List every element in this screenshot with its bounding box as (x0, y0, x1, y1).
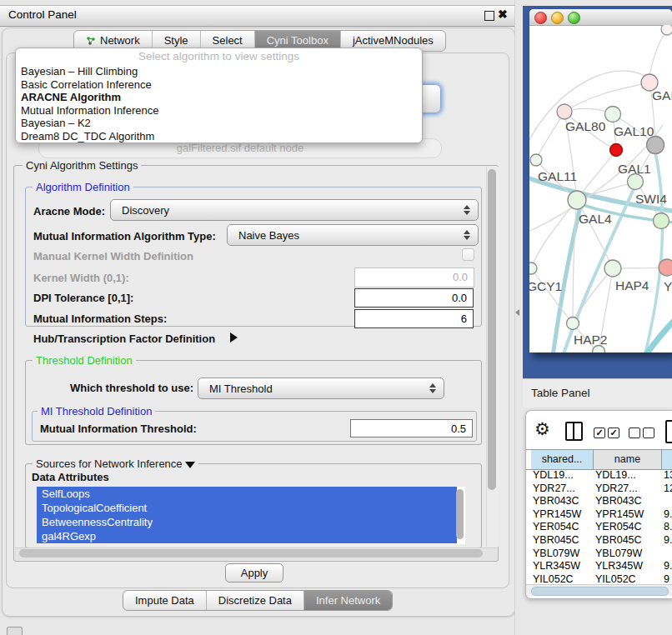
table-cell: YDR27... (595, 482, 659, 496)
table-cell: YER054C (533, 521, 591, 534)
collapse-arrow-icon[interactable] (185, 462, 195, 468)
network-node-hap4[interactable] (604, 260, 621, 277)
table-row[interactable]: YPR145WYPR145W9. (526, 508, 672, 522)
attribute-list-item[interactable]: TopologicalCoefficient (37, 501, 457, 515)
network-window-titlebar[interactable] (529, 9, 672, 26)
network-node-gcy1[interactable] (529, 262, 537, 274)
network-node[interactable] (647, 137, 664, 154)
network-canvas[interactable]: GALGAL80GAL10GAL11GAL1SWI4GAL4GCY1HAP4YH… (529, 25, 672, 352)
document-icon[interactable] (665, 420, 672, 443)
columns-icon[interactable] (565, 422, 583, 441)
gear-icon[interactable]: ⚙ (534, 418, 550, 440)
control-panel-title: Control Panel (8, 8, 77, 21)
table-scrollbar-thumb[interactable] (531, 587, 669, 596)
network-edge[interactable] (577, 200, 613, 268)
float-panel-icon[interactable] (484, 11, 494, 21)
close-traffic-light-icon[interactable] (534, 12, 547, 24)
column-header-shared...[interactable]: shared... (531, 450, 594, 469)
table-horizontal-scrollbar[interactable] (526, 584, 672, 596)
aracne-mode-value: Discovery (111, 204, 463, 217)
minimized-panel-icon[interactable] (7, 627, 23, 635)
expand-arrow-icon[interactable] (230, 332, 238, 342)
mi-type-value: Naive Bayes (228, 229, 463, 242)
network-node-gal11[interactable] (530, 154, 542, 166)
table-cell: YBR043C (533, 495, 591, 508)
attribute-list-item[interactable]: gal4RGexp (37, 529, 457, 543)
network-node-gal4[interactable] (568, 191, 586, 209)
table-row[interactable]: YDL19...YDL19...13 (526, 469, 672, 482)
control-panel-titlebar (0, 5, 517, 27)
mi-steps-field[interactable]: 6 (354, 309, 474, 328)
mi-type-label: Mutual Information Algorithm Type: (33, 230, 216, 242)
node-label: GAL (652, 88, 672, 102)
checked-checkbox-icon[interactable]: ✓ (608, 428, 619, 438)
node-label: GCY1 (529, 279, 562, 293)
network-window: GALGAL80GAL10GAL11GAL1SWI4GAL4GCY1HAP4YH… (529, 9, 672, 352)
unchecked-checkbox-icon[interactable] (643, 428, 654, 438)
aracne-mode-combo[interactable]: Discovery (110, 199, 479, 221)
table-row[interactable]: YBR045CYBR045C9. (526, 534, 672, 548)
apply-button[interactable]: Apply (225, 563, 283, 582)
settings-horizontal-scrollbar-thumb[interactable] (19, 549, 483, 558)
tab-discretize-data[interactable]: Discretize Data (206, 591, 303, 610)
network-edge[interactable] (644, 148, 663, 352)
manual-kernel-checkbox (462, 248, 474, 261)
combo-spinner-icon (463, 230, 470, 240)
data-attributes-list[interactable]: SelfLoopsTopologicalCoefficientBetweenne… (37, 487, 465, 544)
table-row[interactable]: YER054CYER054C8. (526, 521, 672, 534)
node-label: GAL10 (614, 124, 654, 138)
table-row[interactable]: YBL079WYBL079W (526, 548, 672, 561)
unchecked-checkbox-icon[interactable] (629, 428, 640, 438)
table-cell: YLR345W (533, 560, 591, 573)
column-header-A[interactable]: A (662, 450, 672, 469)
tab-impute-data[interactable]: Impute Data (123, 591, 206, 610)
network-node-y[interactable] (659, 259, 672, 276)
network-node-swi4[interactable] (654, 213, 669, 229)
table-cell: 9. (664, 560, 672, 573)
algorithm-option[interactable]: Basic Correlation Inference (16, 78, 422, 92)
network-node-gal1[interactable] (628, 174, 644, 190)
attributes-scrollbar[interactable] (456, 489, 464, 539)
table-row[interactable]: YDR27...YDR27...12 (526, 482, 672, 496)
attribute-list-item[interactable]: BetweennessCentrality (37, 515, 457, 529)
network-node[interactable] (610, 144, 623, 157)
table-cell: YDR27... (533, 482, 591, 496)
column-header-name[interactable]: name (594, 450, 662, 469)
node-label: Y (664, 279, 672, 293)
mi-type-combo[interactable]: Naive Bayes (227, 224, 479, 246)
network-node[interactable] (661, 25, 672, 35)
table-row[interactable]: YLR345WYLR345W9. (526, 560, 672, 573)
algorithm-dropdown-placeholder: Select algorithm to view settings (16, 48, 422, 65)
minimize-traffic-light-icon[interactable] (551, 12, 564, 24)
algorithm-option[interactable]: Mutual Information Inference (16, 104, 422, 118)
attribute-list-item[interactable]: SelfLoops (37, 487, 457, 501)
zoom-traffic-light-icon[interactable] (568, 12, 580, 24)
tab-infer-network[interactable]: Infer Network (303, 591, 392, 610)
table-cell: YIL052C (595, 573, 659, 584)
dpi-tolerance-field[interactable]: 0.0 (354, 288, 474, 308)
mi-steps-label: Mutual Information Steps: (33, 312, 167, 325)
combo-spinner-icon (463, 205, 470, 215)
network-window-frame: GALGAL80GAL10GAL11GAL1SWI4GAL4GCY1HAP4YH… (523, 6, 672, 378)
checked-checkbox-icon[interactable]: ✓ (594, 428, 605, 438)
algorithm-dropdown-items: Bayesian – Hill ClimbingBasic Correlatio… (16, 65, 422, 142)
table-row[interactable]: YBR043CYBR043C (526, 495, 672, 508)
network-edge[interactable] (536, 112, 564, 160)
network-node-gal80[interactable] (557, 104, 572, 119)
algorithm-option[interactable]: ARACNE Algorithm (16, 91, 422, 104)
close-panel-icon[interactable]: ✖ (498, 8, 508, 21)
divider-collapse-handle[interactable] (515, 309, 519, 316)
which-threshold-combo[interactable]: MI Threshold (198, 378, 444, 399)
table-row[interactable]: YIL052CYIL052C9 (526, 573, 672, 584)
settings-vertical-scrollbar-thumb[interactable] (488, 169, 496, 490)
algorithm-definition-legend: Algorithm Definition (33, 181, 133, 193)
network-edge[interactable] (649, 29, 667, 75)
node-table: ⚙ ✓ ✓ shared...nameA YDL19...YDL19...13Y… (525, 410, 672, 599)
mi-threshold-field[interactable]: 0.5 (350, 419, 473, 438)
table-cell: 8. (664, 521, 672, 534)
network-node-gal10[interactable] (605, 107, 621, 122)
algorithm-option[interactable]: Bayesian – K2 (16, 117, 422, 130)
network-node-hap2[interactable] (567, 318, 579, 330)
algorithm-option[interactable]: Dream8 DC_TDC Algorithm (16, 130, 422, 143)
algorithm-option[interactable]: Bayesian – Hill Climbing (16, 65, 422, 78)
